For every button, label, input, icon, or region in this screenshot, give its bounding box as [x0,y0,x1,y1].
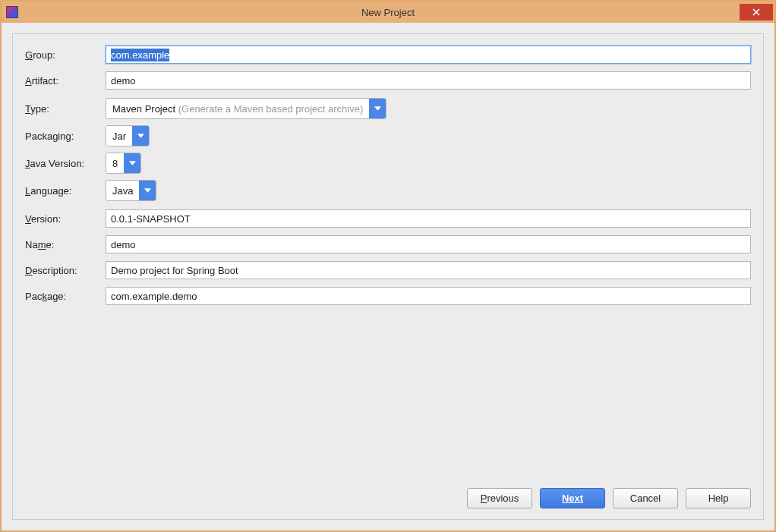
button-bar: Previous Next Cancel Help [25,480,751,508]
name-input[interactable] [106,235,751,253]
java-version-value: 8 [106,158,124,169]
package-label: Package: [25,291,106,302]
previous-button[interactable]: Previous [467,488,532,508]
type-label: Type: [25,103,106,115]
next-button[interactable]: Next [540,488,605,508]
description-input[interactable] [106,261,751,279]
packaging-select[interactable]: Jar [106,125,150,146]
type-dropdown-button[interactable] [369,99,386,118]
artifact-input[interactable] [106,71,751,90]
titlebar[interactable]: New Project [2,2,774,23]
type-value: Maven Project [112,103,175,115]
packaging-value: Jar [106,131,132,142]
description-label: Description: [25,265,106,276]
java-version-dropdown-button[interactable] [124,153,140,173]
new-project-window: New Project Group: com.example Artifact: [0,0,776,532]
package-input[interactable] [106,287,751,305]
cancel-button[interactable]: Cancel [613,488,678,508]
version-label: Version: [25,213,106,225]
language-select[interactable]: Java [106,180,156,201]
group-input[interactable]: com.example [106,46,751,64]
help-button[interactable]: Help [686,488,751,508]
type-select[interactable]: Maven Project (Generate a Maven based pr… [106,98,386,119]
version-input[interactable] [106,209,751,228]
java-version-label: Java Version: [25,158,106,169]
artifact-label: Artifact: [25,75,106,87]
content: Group: com.example Artifact: Type: Maven… [2,23,774,530]
name-label: Name: [25,239,106,250]
chevron-down-icon [137,134,144,138]
java-version-select[interactable]: 8 [106,153,141,174]
close-icon [752,8,760,16]
packaging-label: Packaging: [25,131,106,142]
packaging-dropdown-button[interactable] [132,126,149,146]
chevron-down-icon [374,106,381,111]
form-panel: Group: com.example Artifact: Type: Maven… [12,33,764,520]
chevron-down-icon [144,188,151,193]
language-value: Java [106,185,139,197]
chevron-down-icon [129,161,136,165]
type-hint: (Generate a Maven based project archive) [178,103,364,115]
language-dropdown-button[interactable] [139,181,156,200]
language-label: Language: [25,185,106,197]
group-label: Group: [25,49,106,61]
group-input-value: com.example [111,49,169,61]
close-button[interactable] [740,4,773,20]
app-icon [6,6,18,18]
window-title: New Project [2,7,774,18]
